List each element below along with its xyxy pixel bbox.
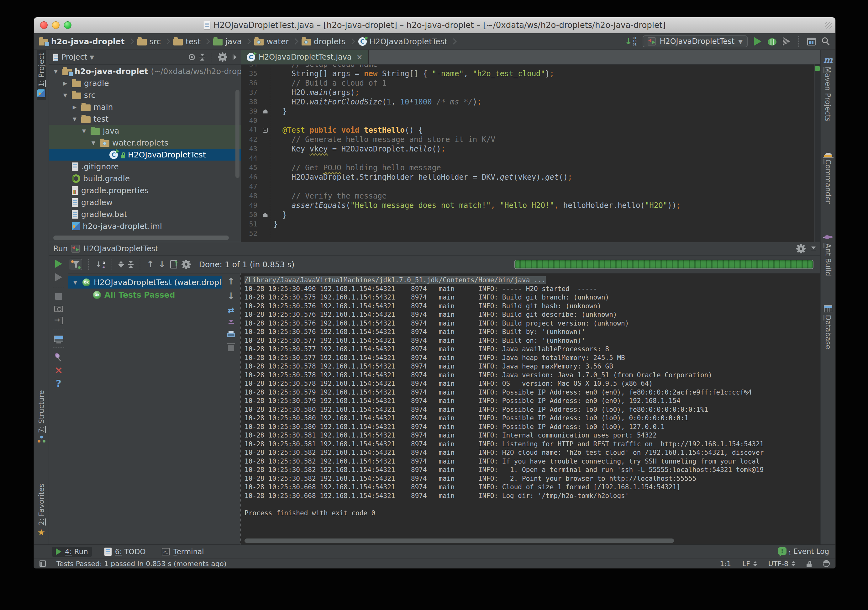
help-button[interactable]: ?: [56, 379, 61, 388]
run-button[interactable]: [754, 37, 761, 46]
code-editor[interactable]: 34 // Setup cloud name35 String[] args =…: [241, 65, 820, 242]
pin-tab-button[interactable]: [56, 354, 60, 358]
show-passed-toggle[interactable]: [70, 259, 82, 270]
close-window-button[interactable]: [40, 21, 48, 29]
event-log-button[interactable]: 1 Event Log: [778, 547, 829, 556]
tool-window-button-6-todo[interactable]: 6: TODO: [101, 546, 150, 557]
project-tree-row[interactable]: ▶gradle: [49, 77, 241, 89]
debug-button[interactable]: [768, 38, 777, 45]
tool-stripe-maven-projects[interactable]: mMaven Projects: [823, 52, 834, 124]
expanded-arrow-icon[interactable]: ▼: [80, 128, 88, 134]
breadcrumb-item-water[interactable]: water: [254, 37, 289, 46]
resize-grip-icon[interactable]: [825, 22, 832, 28]
project-tree-row[interactable]: gradlew.bat: [49, 208, 241, 220]
hide-panel-button[interactable]: [811, 247, 816, 251]
gear-icon[interactable]: [183, 261, 190, 268]
run-with-coverage-button[interactable]: [783, 37, 790, 46]
project-tree-row[interactable]: gradlew: [49, 196, 241, 208]
expand-all-button[interactable]: [118, 261, 124, 268]
expanded-arrow-icon[interactable]: ▼: [90, 140, 97, 146]
project-tree-row[interactable]: H2OJavaDropletTest: [49, 149, 241, 161]
search-everywhere-button[interactable]: [822, 37, 828, 43]
breadcrumb-item-h2o-java-droplet[interactable]: h2o-java-droplet: [39, 37, 125, 46]
project-tree-row[interactable]: ▼water.droplets: [49, 137, 241, 149]
expanded-arrow-icon[interactable]: ▼: [62, 92, 69, 98]
exit-process-button[interactable]: [54, 317, 63, 324]
rerun-button[interactable]: [55, 260, 62, 268]
status-message[interactable]: Tests Passed: 1 passed in 0.853 s (momen…: [56, 560, 226, 568]
expanded-arrow-icon[interactable]: ▼: [71, 116, 78, 122]
project-vertical-scrollbar[interactable]: [236, 90, 239, 178]
project-tree[interactable]: ▼h2o-java-droplet (~/0xdata/ws/h2o-drop▶…: [49, 65, 241, 242]
unfold-icon[interactable]: [263, 213, 268, 217]
breadcrumb-item-test[interactable]: test: [174, 37, 201, 46]
scroll-to-end-button[interactable]: [228, 320, 234, 324]
tool-window-button-4-run[interactable]: 4: Run: [52, 546, 92, 557]
previous-failed-test-button[interactable]: ↑: [147, 260, 154, 269]
expanded-arrow-icon[interactable]: ▼: [52, 68, 60, 75]
minimize-window-button[interactable]: [52, 21, 60, 29]
breadcrumb-item-droplets[interactable]: droplets: [302, 37, 346, 46]
locate-file-button[interactable]: [189, 54, 195, 60]
collapse-all-button[interactable]: [128, 261, 133, 268]
close-tab-icon[interactable]: ×: [356, 53, 363, 62]
project-panel-title[interactable]: Project▼: [62, 53, 94, 62]
dump-threads-button[interactable]: [54, 306, 63, 312]
expanded-arrow-icon[interactable]: ▼: [71, 279, 79, 286]
console-horizontal-scrollbar[interactable]: [245, 539, 674, 543]
tool-stripe-ant-build[interactable]: Ant Build: [823, 230, 834, 279]
test-tree-row[interactable]: All Tests Passed: [68, 289, 222, 301]
breadcrumb-item-java[interactable]: java: [213, 37, 242, 46]
editor-tab[interactable]: H2OJavaDropletTest.java ×: [241, 50, 369, 64]
clear-console-button[interactable]: [228, 345, 234, 351]
close-panel-button[interactable]: ×: [54, 366, 63, 374]
print-button[interactable]: [227, 333, 235, 337]
project-tree-row[interactable]: ▼test: [49, 113, 241, 125]
run-configuration-select[interactable]: H2OJavaDropletTest ▼: [643, 36, 748, 47]
project-tree-row[interactable]: ▼java: [49, 125, 241, 137]
sort-alphabetically-button[interactable]: ↓az: [95, 260, 105, 269]
encoding-select[interactable]: UTF-8: [768, 560, 795, 568]
project-horizontal-scrollbar[interactable]: [53, 236, 229, 240]
collapsed-arrow-icon[interactable]: ▶: [62, 80, 69, 86]
collapse-all-button[interactable]: [199, 54, 205, 61]
hide-panel-button[interactable]: [232, 54, 237, 60]
project-tree-row[interactable]: ▼src: [49, 89, 241, 101]
line-separator-select[interactable]: LF: [742, 560, 757, 568]
rerun-failed-tests-button[interactable]: [55, 273, 62, 281]
breadcrumb-item-h2ojavadroplettest[interactable]: H2OJavaDropletTest: [358, 37, 448, 46]
project-tree-row[interactable]: .gitignore: [49, 161, 241, 172]
tool-window-toggle-icon[interactable]: [39, 560, 46, 567]
inspection-status-icon[interactable]: [815, 66, 820, 71]
stop-button[interactable]: [55, 293, 62, 300]
tool-stripe-2-favorites[interactable]: 2: Favorites★: [37, 480, 46, 540]
down-stacktrace-button[interactable]: ↓: [227, 292, 234, 300]
tool-stripe-commander[interactable]: Commander: [823, 147, 833, 207]
caret-position[interactable]: 1:1: [720, 560, 731, 568]
gear-icon[interactable]: [219, 54, 226, 61]
zoom-window-button[interactable]: [64, 21, 71, 29]
test-results-tree[interactable]: ▼H2OJavaDropletTest (water.droplets)All …: [68, 273, 222, 545]
project-tree-row[interactable]: ▼h2o-java-droplet (~/0xdata/ws/h2o-drop: [49, 65, 241, 77]
project-tree-row[interactable]: h2o-java-droplet.iml: [49, 220, 241, 232]
soft-wrap-button[interactable]: ⇄: [228, 306, 234, 314]
tool-window-button-terminal[interactable]: Terminal: [158, 546, 208, 557]
tool-stripe-1-project[interactable]: 1: Project: [37, 50, 46, 100]
test-tree-row[interactable]: ▼H2OJavaDropletTest (water.droplets): [68, 276, 222, 289]
editor-scrollbar[interactable]: [814, 64, 820, 242]
next-failed-test-button[interactable]: ↓: [158, 260, 166, 269]
fold-icon[interactable]: −: [263, 128, 268, 133]
up-stacktrace-button[interactable]: ↑: [227, 277, 234, 286]
console-output[interactable]: /Library/Java/JavaVirtualMachines/jdk1.7…: [240, 273, 820, 545]
tool-stripe-database[interactable]: Database: [823, 302, 833, 352]
vcs-update-icon[interactable]: ↓011001: [625, 37, 637, 46]
project-structure-button[interactable]: [807, 38, 816, 45]
breadcrumb-item-src[interactable]: src: [137, 37, 161, 46]
titlebar[interactable]: H2OJavaDropletTest.java – [h2o-java-drop…: [34, 17, 835, 33]
project-tree-row[interactable]: gradle.properties: [49, 185, 241, 196]
project-tree-row[interactable]: build.gradle: [49, 172, 241, 185]
tool-stripe-7-structure[interactable]: 7: Structure: [37, 387, 46, 446]
unfold-icon[interactable]: [263, 109, 268, 113]
unlock-icon[interactable]: [806, 563, 812, 567]
restore-layout-button[interactable]: [54, 335, 63, 342]
